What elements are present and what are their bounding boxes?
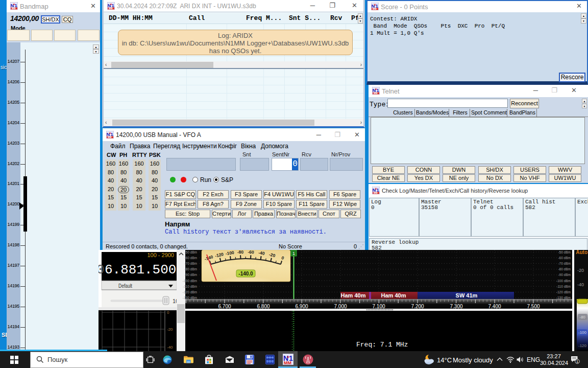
- svg-text:-40: -40: [167, 345, 173, 350]
- svg-text:-100 dBm: -100 dBm: [183, 279, 197, 283]
- svg-text:-120: -120: [578, 343, 587, 348]
- svg-text:-40: -40: [258, 250, 265, 256]
- svg-text:Auto: Auto: [576, 250, 587, 255]
- svg-text:-80: -80: [579, 315, 585, 319]
- svg-text:-90 dBm: -90 dBm: [558, 273, 571, 277]
- svg-text:-70 dBm: -70 dBm: [558, 262, 571, 265]
- svg-text:-50 dBm: -50 dBm: [558, 250, 571, 254]
- svg-text:-50 dBm: -50 dBm: [184, 250, 197, 254]
- svg-text:-100: -100: [578, 330, 587, 335]
- svg-text:-40: -40: [577, 282, 584, 287]
- svg-text:7.300: 7.300: [450, 304, 462, 309]
- svg-text:7.400: 7.400: [488, 304, 501, 309]
- svg-text:MM: MM: [374, 192, 378, 194]
- svg-text:MM: MM: [12, 7, 16, 10]
- svg-text:-60 dBm: -60 dBm: [558, 256, 571, 260]
- svg-text:6.881.500: 6.881.500: [105, 262, 176, 278]
- svg-text:0: 0: [99, 262, 105, 278]
- svg-text:MM: MM: [284, 360, 291, 365]
- svg-text:-60: -60: [248, 250, 254, 255]
- svg-text:Default: Default: [118, 283, 132, 289]
- svg-text:-80: -80: [237, 250, 243, 255]
- svg-text:-110 dBm: -110 dBm: [183, 285, 197, 288]
- svg-text:6.700: 6.700: [218, 304, 231, 309]
- svg-text:-60 dBm: -60 dBm: [184, 256, 197, 260]
- svg-text:7.200: 7.200: [411, 304, 424, 309]
- svg-text:100 - 2900: 100 - 2900: [147, 252, 174, 258]
- svg-text:MM: MM: [109, 7, 113, 10]
- svg-text:0: 0: [167, 310, 169, 315]
- svg-text:Ham 40m: Ham 40m: [341, 292, 366, 298]
- svg-text:1: 1: [292, 251, 295, 256]
- svg-text:7.100: 7.100: [372, 304, 385, 309]
- svg-text:7.500: 7.500: [527, 304, 540, 309]
- svg-text:-110 dBm: -110 dBm: [556, 285, 571, 288]
- svg-text:-70 dBm: -70 dBm: [184, 262, 197, 265]
- svg-text:-120 dBm: -120 dBm: [183, 290, 197, 294]
- svg-text:7.000: 7.000: [334, 304, 347, 309]
- svg-text:SW 41m: SW 41m: [456, 292, 478, 298]
- svg-text:6.800: 6.800: [257, 304, 270, 309]
- svg-text:-20: -20: [577, 268, 584, 273]
- svg-text:1: 1: [576, 359, 579, 364]
- svg-text:MM: MM: [374, 92, 378, 95]
- svg-text:-80 dBm: -80 dBm: [558, 267, 571, 271]
- svg-text:Freq: 7.1 MHz: Freq: 7.1 MHz: [356, 341, 408, 349]
- svg-text:-90 dBm: -90 dBm: [184, 273, 197, 277]
- svg-text:MM: MM: [373, 8, 377, 10]
- svg-text:-80 dBm: -80 dBm: [184, 267, 197, 271]
- svg-text:MM: MM: [108, 136, 112, 139]
- svg-text:-120 dBm: -120 dBm: [556, 290, 571, 294]
- svg-text:-140.0: -140.0: [238, 271, 253, 277]
- svg-text:-100 dBm: -100 dBm: [556, 279, 571, 283]
- svg-text:Ham 40m: Ham 40m: [381, 292, 406, 298]
- svg-text:-20: -20: [167, 327, 173, 332]
- svg-text:6.900: 6.900: [295, 304, 308, 309]
